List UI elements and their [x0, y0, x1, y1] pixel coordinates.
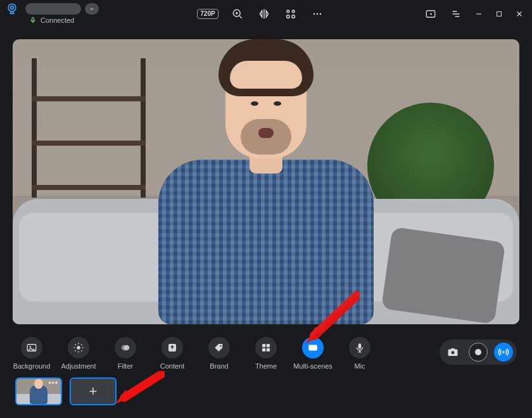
adjustment-icon — [68, 337, 89, 358]
video-preview[interactable] — [13, 39, 519, 324]
zoom-in-icon[interactable] — [230, 6, 245, 22]
tool-label: Filter — [118, 362, 133, 370]
record-button[interactable] — [469, 343, 488, 362]
tool-label: Theme — [255, 362, 277, 370]
svg-rect-21 — [267, 344, 270, 347]
connected-icon — [29, 16, 37, 24]
content-icon — [162, 337, 183, 358]
svg-point-8 — [313, 13, 315, 15]
svg-rect-24 — [308, 345, 317, 351]
close-button[interactable] — [514, 9, 524, 19]
quality-badge[interactable]: 720P — [197, 9, 218, 19]
svg-rect-22 — [262, 348, 265, 352]
tool-label: Brand — [210, 362, 228, 370]
title-bar: Connected 720P — [0, 0, 532, 28]
svg-point-27 — [502, 351, 504, 353]
tool-label: Background — [13, 362, 51, 370]
svg-rect-20 — [262, 344, 265, 347]
bottom-toolbar: Background Adjustment Filter Content Bra… — [0, 324, 532, 370]
svg-point-10 — [319, 13, 321, 15]
capture-cluster — [440, 339, 517, 365]
preview-area — [0, 28, 532, 324]
chevron-down-icon — [89, 6, 95, 12]
pip-icon[interactable] — [423, 6, 438, 22]
go-live-button[interactable] — [494, 343, 513, 362]
tool-filter[interactable]: Filter — [106, 337, 144, 370]
filter-icon — [115, 337, 136, 358]
scene-thumbnail-1[interactable]: ••• — [15, 377, 62, 405]
scene-thumb-menu-icon[interactable]: ••• — [48, 381, 58, 386]
svg-rect-12 — [497, 12, 502, 16]
tool-label: Multi-scenes — [293, 362, 332, 370]
snapshot-button[interactable] — [443, 343, 462, 362]
tool-content[interactable]: Content — [153, 337, 191, 370]
tool-label: Content — [160, 362, 185, 370]
more-icon[interactable] — [310, 6, 325, 22]
background-icon — [21, 337, 42, 358]
scene-strip: ••• + — [0, 370, 532, 405]
svg-rect-2 — [32, 18, 34, 22]
panel-list-icon[interactable] — [448, 6, 464, 22]
svg-rect-25 — [358, 343, 362, 348]
svg-point-19 — [220, 345, 221, 346]
multi-scenes-icon — [302, 337, 324, 358]
connection-status: Connected — [3, 16, 99, 24]
tool-label: Mic — [354, 362, 365, 370]
tool-background[interactable]: Background — [13, 337, 51, 370]
tool-label: Adjustment — [61, 362, 96, 370]
title-bar-right — [423, 3, 527, 25]
maximize-button[interactable] — [494, 9, 504, 19]
svg-point-9 — [316, 13, 318, 15]
mic-icon — [349, 337, 370, 358]
webcam-icon[interactable] — [3, 0, 22, 18]
brand-icon — [208, 337, 230, 358]
tool-multi-scenes[interactable]: Multi-scenes — [294, 337, 332, 370]
tool-buttons: Background Adjustment Filter Content Bra… — [13, 337, 379, 370]
svg-point-26 — [452, 351, 455, 354]
svg-rect-23 — [267, 348, 270, 352]
svg-point-15 — [77, 346, 80, 349]
title-bar-left: Connected — [3, 3, 99, 24]
svg-point-5 — [292, 10, 294, 13]
tool-brand[interactable]: Brand — [200, 337, 238, 370]
svg-point-14 — [30, 346, 31, 347]
plus-icon: + — [89, 383, 98, 400]
minimize-button[interactable] — [474, 9, 484, 19]
svg-point-4 — [287, 10, 289, 13]
connection-status-label: Connected — [41, 16, 74, 24]
svg-point-0 — [8, 4, 16, 11]
tool-mic[interactable]: Mic — [341, 337, 379, 370]
svg-point-17 — [124, 345, 129, 350]
app-window: Connected 720P — [0, 0, 532, 418]
theme-icon — [255, 337, 277, 358]
add-scene-button[interactable]: + — [70, 377, 117, 405]
mirror-icon[interactable] — [256, 6, 272, 22]
svg-point-1 — [11, 6, 14, 10]
title-bar-center: 720P — [99, 3, 423, 25]
tool-theme[interactable]: Theme — [247, 337, 285, 370]
svg-rect-7 — [292, 15, 294, 18]
tool-adjustment[interactable]: Adjustment — [60, 337, 98, 370]
svg-rect-6 — [286, 15, 289, 18]
layout-icon[interactable] — [283, 6, 298, 22]
user-dropdown[interactable] — [85, 3, 99, 15]
user-name-pill — [25, 3, 81, 15]
